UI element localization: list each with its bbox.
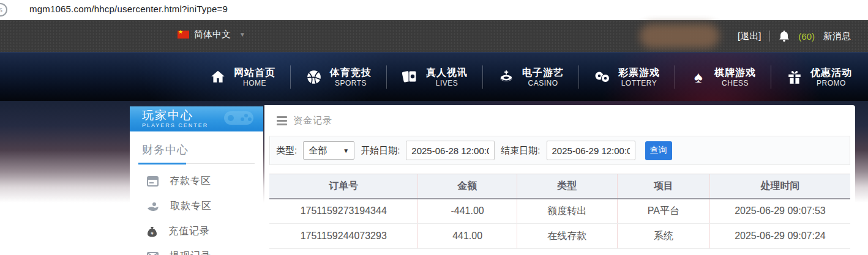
site-info-icon[interactable]: s xyxy=(0,3,7,17)
nav-item-lives[interactable]: 真人视讯 LIVES xyxy=(387,67,482,88)
cell-amount: -441.00 xyxy=(418,199,517,224)
logout-link[interactable]: [退出] xyxy=(738,31,761,42)
nav-item-promo[interactable]: 优惠活动 PROMO xyxy=(771,67,867,88)
gamepad-icon xyxy=(222,109,256,130)
money-bag-icon: ¥ xyxy=(147,226,157,237)
end-date-input[interactable] xyxy=(547,141,635,160)
start-date-label: 开始日期: xyxy=(361,145,400,157)
table-header-row: 订单号 金额 类型 项目 处理时间 xyxy=(269,174,850,199)
username-redacted[interactable] xyxy=(640,24,719,48)
withdraw-hand-icon xyxy=(147,201,159,212)
panel-header: 资金记录 xyxy=(264,105,855,134)
header-amount: 金额 xyxy=(418,174,517,199)
nav-item-home[interactable]: 网站首页 HOME xyxy=(195,67,290,88)
funds-record-panel: 资金记录 类型: 全部 ▼ 开始日期: 结束日期: 查询 订单号 金额 类型 xyxy=(264,105,855,255)
deposit-window-icon xyxy=(147,176,159,187)
nav-item-lottery[interactable]: 彩票游戏 LOTTERY xyxy=(579,67,675,88)
header-item: 项目 xyxy=(617,174,709,199)
header-type: 类型 xyxy=(517,174,617,199)
sidebar-item-recharge-records[interactable]: ¥ 充值记录 xyxy=(130,219,263,244)
search-button[interactable]: 查询 xyxy=(645,141,672,160)
divider xyxy=(769,31,770,42)
nav-item-sports[interactable]: 体育竞技 SPORTS xyxy=(291,67,386,88)
table-row: 1751159244073293 441.00 在线存款 系统 2025-06-… xyxy=(269,224,850,249)
chevron-down-icon: ▼ xyxy=(343,147,349,154)
chevron-down-icon: ▼ xyxy=(239,31,245,38)
cash-envelope-icon xyxy=(147,252,159,255)
cell-amount: 441.00 xyxy=(418,224,517,249)
cell-time: 2025-06-29 09:07:24 xyxy=(709,224,850,249)
language-label: 简体中文 xyxy=(194,29,231,40)
sidebar-section-finance[interactable]: 财务中心 xyxy=(138,139,255,164)
page-content: 玩家中心 PLAYERS CENTER 财务中心 存款专区 xyxy=(0,101,868,255)
message-label[interactable]: 新消息 xyxy=(823,31,851,42)
panel-title: 资金记录 xyxy=(293,115,332,127)
china-flag-icon: ★ xyxy=(178,31,189,39)
sidebar-item-withdrawal-records[interactable]: 提现记录 xyxy=(130,244,263,255)
basketball-icon xyxy=(305,68,323,86)
sidebar-item-deposit[interactable]: 存款专区 xyxy=(130,169,263,194)
home-icon xyxy=(209,68,226,86)
nav-item-chess[interactable]: ♠ 棋牌游戏 CHESS xyxy=(675,67,771,88)
lottery-balls-icon xyxy=(594,68,611,86)
nav-item-casino[interactable]: 电子游艺 CASINO xyxy=(483,67,578,88)
sidebar-menu: 财务中心 存款专区 取款专区 xyxy=(130,131,263,255)
cell-order-no: 1751159244073293 xyxy=(269,224,418,249)
language-switcher[interactable]: ★ 简体中文 ▼ xyxy=(178,29,245,40)
players-center-sidebar: 玩家中心 PLAYERS CENTER 财务中心 存款专区 xyxy=(130,106,263,255)
main-navigation: 网站首页 HOME 体育竞技 SPORTS xyxy=(0,52,868,101)
cards-icon xyxy=(402,68,419,86)
cell-type: 在线存款 xyxy=(517,224,617,249)
filter-toolbar: 类型: 全部 ▼ 开始日期: 结束日期: 查询 xyxy=(269,136,850,165)
account-topbar: ★ 简体中文 ▼ [退出] (60) 新消息 xyxy=(0,20,868,52)
roulette-icon xyxy=(498,68,515,86)
type-label: 类型: xyxy=(276,145,297,157)
spade-icon: ♠ xyxy=(690,68,707,86)
header-time: 处理时间 xyxy=(709,174,850,199)
bell-icon[interactable] xyxy=(779,30,790,42)
gift-icon xyxy=(786,68,803,86)
funds-record-table: 订单号 金额 类型 项目 处理时间 1751159273194344 -441.… xyxy=(269,174,850,249)
type-select[interactable]: 全部 ▼ xyxy=(303,141,354,160)
cell-order-no: 1751159273194344 xyxy=(269,199,418,224)
cell-item: PA平台 xyxy=(617,199,709,224)
url-text[interactable]: mgm1065.com/hhcp/usercenter.html?iniType… xyxy=(29,4,228,14)
list-icon xyxy=(277,116,287,125)
cell-time: 2025-06-29 09:07:53 xyxy=(709,199,850,224)
table-row: 1751159273194344 -441.00 额度转出 PA平台 2025-… xyxy=(269,199,850,224)
browser-address-bar[interactable]: s mgm1065.com/hhcp/usercenter.html?iniTy… xyxy=(0,0,868,20)
cell-item: 系统 xyxy=(617,224,709,249)
cell-type: 额度转出 xyxy=(517,199,617,224)
start-date-input[interactable] xyxy=(406,141,495,160)
header-order-no: 订单号 xyxy=(269,174,418,199)
end-date-label: 结束日期: xyxy=(501,145,540,157)
svg-text:¥: ¥ xyxy=(150,230,154,235)
sidebar-header: 玩家中心 PLAYERS CENTER xyxy=(130,106,263,131)
sidebar-item-withdraw[interactable]: 取款专区 xyxy=(130,194,263,219)
message-count[interactable]: (60) xyxy=(798,31,815,42)
